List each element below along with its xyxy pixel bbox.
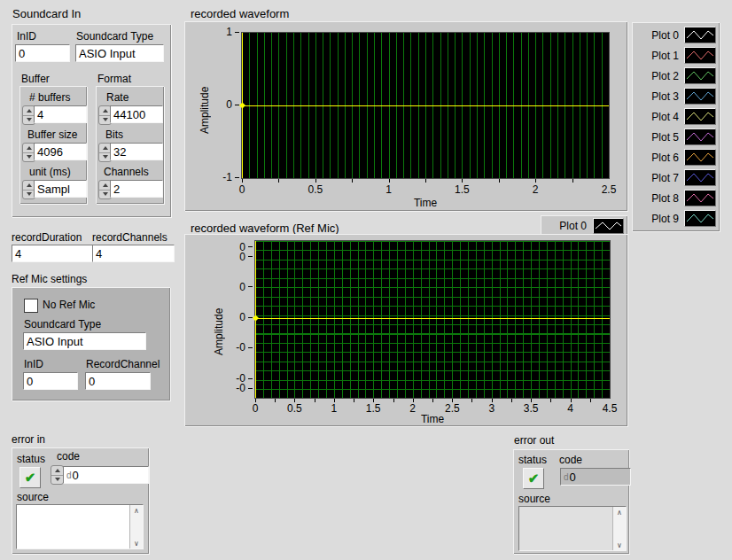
graph2-plot-area [254, 240, 611, 399]
channels-field[interactable]: 2 [110, 180, 163, 198]
graph2-body: Amplitude 0 0 0 0 -0 -0 -0 0 0.5 1 1.5 2… [184, 234, 627, 426]
record-channel-field[interactable]: 0 [85, 372, 151, 390]
ref-inid-field[interactable]: 0 [23, 372, 78, 390]
scroll-down-icon[interactable]: ∨ [130, 538, 143, 548]
scroll-up-icon[interactable]: ∧ [130, 505, 143, 516]
graph1-x-axis-label: Time [414, 197, 437, 209]
plot-line-swatch[interactable] [684, 67, 716, 84]
plot-line-swatch[interactable] [684, 169, 716, 186]
ref-mic-title: Ref Mic settings [12, 273, 87, 285]
error-in-source-label: source [17, 491, 49, 503]
inid-label: InID [17, 30, 36, 43]
plot-line-swatch[interactable] [684, 210, 716, 227]
plot-line-swatch[interactable] [684, 149, 716, 166]
plot-line-swatch[interactable] [684, 88, 716, 105]
record-duration-label: recordDuration [12, 231, 82, 244]
legend-item[interactable]: Plot 8 [632, 188, 716, 208]
error-in-source-box[interactable]: ∧ ∨ [16, 504, 144, 549]
soundcard-in-title: Soundcard In [12, 7, 81, 20]
legend-item[interactable]: Plot 0 [632, 25, 716, 45]
labview-front-panel: Soundcard In InID 0 Soundcard Type ASIO … [0, 0, 732, 560]
inid-field[interactable]: 0 [15, 44, 70, 62]
legend-item[interactable]: Plot 4 [632, 106, 716, 127]
bits-label: Bits [105, 128, 123, 141]
radix-decimal: d [66, 471, 72, 480]
ref-soundcard-type-label: Soundcard Type [24, 318, 101, 331]
error-in-status-label: status [17, 453, 45, 465]
error-out-status-check: ✔ [523, 468, 544, 489]
spinner-up-icon[interactable] [51, 466, 63, 476]
plot-line-swatch[interactable] [593, 218, 624, 234]
plot-line-swatch[interactable] [684, 108, 716, 125]
error-in-code-spinner[interactable] [51, 465, 64, 485]
graph2-x-axis-label: Time [421, 413, 444, 425]
soundcard-type-label: Soundcard Type [76, 30, 153, 43]
legend-item[interactable]: Plot 6 [632, 147, 716, 167]
plot-line-swatch[interactable] [684, 128, 716, 145]
rate-label: Rate [106, 91, 128, 104]
error-out-source-box: ∧ ∨ [518, 506, 627, 551]
unit-ms-label: unit (ms) [29, 166, 71, 178]
legend-item[interactable]: Plot 9 [632, 208, 716, 229]
spinner-down-icon[interactable] [51, 476, 63, 485]
graph1-origin-marker [239, 102, 245, 108]
num-buffers-field[interactable]: 4 [34, 105, 87, 123]
no-ref-mic-label: No Ref Mic [43, 299, 95, 311]
error-in-code-field[interactable]: d0 [63, 466, 149, 484]
legend-item[interactable]: Plot 2 [632, 66, 716, 86]
graph1-plot-area [241, 32, 610, 179]
legend-item[interactable]: Plot 3 [632, 86, 716, 106]
format-title: Format [97, 73, 131, 85]
no-ref-mic-checkbox[interactable] [24, 299, 38, 313]
plot-line-swatch[interactable] [684, 47, 716, 64]
buffer-title: Buffer [21, 73, 50, 85]
buffer-size-field[interactable]: 4096 [34, 143, 87, 160]
error-out-status-label: status [518, 454, 547, 466]
bits-field[interactable]: 32 [110, 143, 163, 160]
record-channels-label: recordChannels [92, 231, 167, 244]
channels-label: Channels [104, 166, 149, 178]
error-in-code-label: code [57, 450, 80, 463]
buffer-size-label: Buffer size [27, 128, 77, 141]
error-out-title: error out [514, 434, 554, 447]
graph2-y-ticks: 0 0 0 0 -0 -0 -0 [184, 240, 253, 397]
legend-item[interactable]: Plot 7 [632, 167, 716, 188]
rate-field[interactable]: 44100 [110, 105, 163, 123]
error-in-status-check[interactable]: ✔ [19, 467, 41, 488]
graph2-origin-marker [253, 315, 259, 322]
graph2-title: recorded waveform (Ref Mic) [191, 222, 339, 235]
error-out-source-scrollbar[interactable]: ∧ ∨ [612, 507, 626, 550]
graph1-legend: Plot 0 Plot 1 Plot 2 Plot 3 Plot 4 Plot … [632, 22, 720, 231]
error-in-source-scrollbar[interactable]: ∧ ∨ [129, 505, 143, 548]
error-in-title: error in [12, 433, 45, 446]
scroll-down-icon[interactable]: ∨ [613, 540, 626, 550]
soundcard-type-field[interactable]: ASIO Input [75, 44, 164, 62]
record-channel-label: RecordChannel [86, 358, 160, 370]
error-out-source-label: source [518, 493, 550, 505]
record-duration-field[interactable]: 4 [12, 245, 94, 262]
error-out-code-field: d0 [560, 468, 631, 486]
graph1-body: Amplitude 1 0 -1 0 0.5 1 1.5 2 2.5 Time [184, 21, 627, 211]
graph2-waveform-line [255, 318, 610, 319]
num-buffers-label: # buffers [29, 91, 70, 104]
check-icon: ✔ [25, 470, 36, 486]
ref-inid-label: InID [24, 358, 43, 370]
legend-item[interactable]: Plot 1 [632, 45, 716, 66]
graph1-x-tick-marks [242, 179, 609, 183]
graph1-waveform-line [242, 105, 609, 106]
scroll-up-icon[interactable]: ∧ [613, 507, 626, 517]
plot-line-swatch[interactable] [684, 190, 716, 206]
check-icon: ✔ [528, 471, 540, 486]
legend-item[interactable]: Plot 5 [632, 127, 716, 147]
radix-decimal: d [564, 472, 569, 482]
plot-line-swatch[interactable] [684, 27, 716, 43]
graph1-title: recorded waveform [191, 7, 289, 20]
graph1-x-ticks: 0 0.5 1 1.5 2 2.5 [242, 183, 609, 196]
ref-soundcard-type-field[interactable]: ASIO Input [23, 332, 146, 350]
graph1-y-ticks: 1 0 -1 [184, 32, 239, 177]
record-channels-field[interactable]: 4 [92, 245, 175, 262]
error-out-code-label: code [559, 454, 582, 466]
unit-ring-field[interactable]: Sampl [34, 180, 87, 198]
